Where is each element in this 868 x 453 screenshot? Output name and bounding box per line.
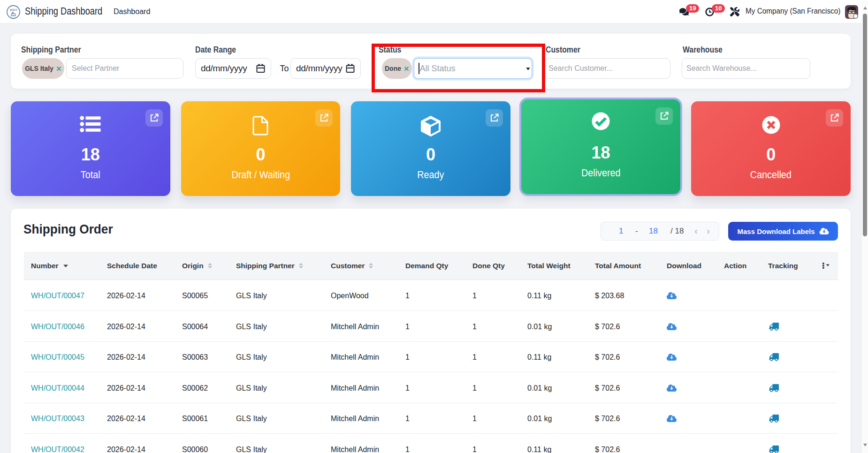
svg-text:doo: doo — [12, 8, 17, 11]
